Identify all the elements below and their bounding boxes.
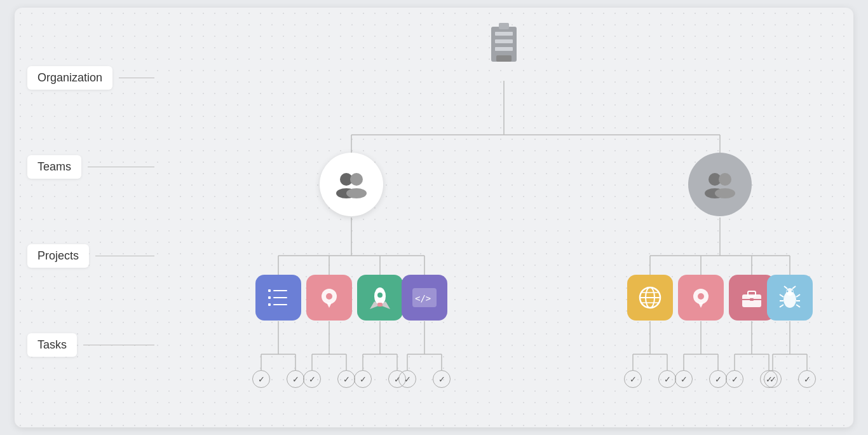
svg-rect-66 [268, 303, 271, 306]
project-6 [678, 275, 724, 321]
chat-icon-left [318, 286, 341, 309]
svg-rect-53 [499, 23, 509, 29]
rocket-icon [369, 285, 391, 310]
svg-point-61 [715, 188, 735, 198]
svg-point-101 [792, 291, 794, 293]
svg-rect-49 [495, 32, 513, 36]
teams-row: Teams [27, 155, 154, 179]
bug-icon [779, 286, 801, 310]
svg-line-94 [780, 294, 783, 297]
project-1 [255, 275, 301, 321]
tasks-line [83, 345, 154, 345]
svg-point-84 [698, 293, 704, 300]
svg-line-93 [792, 286, 796, 289]
svg-rect-89 [750, 298, 754, 301]
svg-rect-50 [495, 39, 513, 43]
main-container: Organization Teams Projects Tasks [15, 8, 853, 427]
svg-rect-52 [496, 55, 512, 62]
task-2-1: ✓ [303, 370, 321, 388]
task-1-1: ✓ [252, 370, 270, 388]
project-3 [357, 275, 403, 321]
svg-rect-67 [273, 304, 287, 305]
projects-label: Projects [27, 244, 89, 268]
svg-line-96 [780, 305, 783, 307]
org-node [478, 20, 529, 71]
task-4-2: ✓ [433, 370, 451, 388]
svg-point-74 [377, 293, 383, 298]
task-6-2: ✓ [709, 370, 727, 388]
list-icon [267, 288, 290, 307]
project-5 [627, 275, 673, 321]
project-8 [767, 275, 813, 321]
org-icon [478, 20, 529, 71]
organization-label: Organization [27, 66, 112, 90]
svg-point-69 [326, 293, 332, 300]
teams-label: Teams [27, 155, 81, 179]
code-icon: </> [412, 287, 437, 308]
organization-row: Organization [27, 66, 154, 90]
project-4: </> [402, 275, 447, 321]
task-8-2: ✓ [798, 370, 816, 388]
chat-icon-right [689, 286, 712, 309]
project-2 [306, 275, 352, 321]
svg-marker-85 [698, 303, 703, 308]
task-5-1: ✓ [624, 370, 642, 388]
task-3-1: ✓ [354, 370, 372, 388]
task-6-1: ✓ [675, 370, 693, 388]
task-2-2: ✓ [337, 370, 355, 388]
task-8-1: ✓ [764, 370, 782, 388]
projects-line [95, 256, 154, 256]
svg-line-97 [796, 294, 800, 297]
svg-point-57 [346, 188, 367, 198]
projects-row: Projects [27, 244, 154, 268]
svg-rect-63 [273, 290, 287, 291]
tasks-label: Tasks [27, 333, 77, 357]
diagram-area: </> [167, 8, 853, 427]
task-4-1: ✓ [398, 370, 416, 388]
briefcase-icon [740, 287, 764, 308]
svg-line-92 [784, 286, 787, 289]
team-left-icon [335, 170, 368, 198]
globe-icon [638, 286, 662, 310]
svg-marker-70 [327, 303, 332, 308]
svg-rect-51 [495, 47, 513, 51]
labels-column: Organization Teams Projects Tasks [15, 8, 167, 427]
teams-line [88, 167, 154, 167]
svg-rect-64 [268, 296, 271, 299]
task-1-2: ✓ [287, 370, 304, 388]
svg-line-99 [796, 305, 800, 307]
task-7-1: ✓ [726, 370, 743, 388]
team-right-icon [703, 170, 736, 198]
svg-text:</>: </> [415, 293, 431, 303]
tasks-row: Tasks [27, 333, 154, 357]
svg-point-60 [719, 173, 731, 186]
team-node-left [320, 153, 383, 216]
team-node-right [688, 153, 752, 216]
svg-point-56 [350, 173, 363, 186]
svg-rect-62 [268, 289, 271, 292]
svg-point-100 [787, 291, 789, 293]
task-5-2: ✓ [658, 370, 676, 388]
organization-line [119, 78, 154, 78]
svg-rect-65 [273, 297, 287, 298]
svg-rect-75 [377, 303, 383, 307]
